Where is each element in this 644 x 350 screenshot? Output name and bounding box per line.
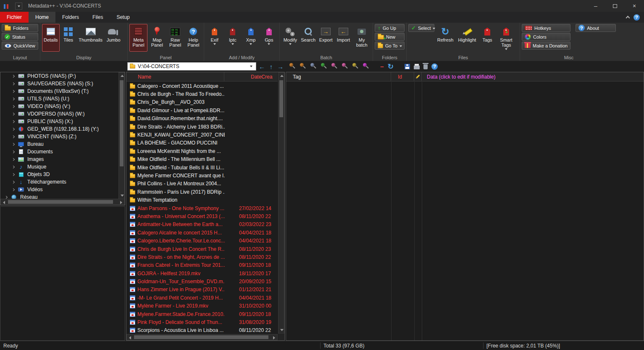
back-button[interactable]: ←	[258, 63, 265, 70]
file-row[interactable]: Chris de Burgh Live In Concert The R... …	[127, 245, 278, 253]
tree-item[interactable]: Vidéos	[1, 186, 118, 193]
chevron-right-icon[interactable]	[5, 195, 8, 198]
select-button[interactable]: Select	[408, 24, 434, 32]
refresh-button[interactable]: Refresh	[435, 24, 455, 52]
help-panel-button[interactable]: Help Panel	[185, 24, 202, 52]
quick-access-dropdown[interactable]	[15, 3, 22, 10]
pin-icon[interactable]	[310, 63, 317, 70]
file-row[interactable]: Anathema - Universal Concert 2013 (... 0…	[127, 212, 278, 220]
tree-item[interactable]: GED_WEB (\\192.168.1.18) (Y:)	[1, 125, 118, 133]
file-row[interactable]: Mike Oldfield - Tubular Bells II & III L…	[127, 163, 278, 171]
chevron-right-icon[interactable]	[12, 188, 15, 191]
chevron-right-icon[interactable]	[12, 74, 15, 77]
chevron-right-icon[interactable]	[12, 165, 15, 168]
gps-button[interactable]: Gps	[260, 24, 278, 52]
scroll-left-icon[interactable]	[129, 336, 131, 339]
tree-vertical-scrollbar[interactable]	[118, 72, 125, 199]
minimize-button[interactable]: –	[586, 0, 605, 12]
file-row[interactable]: Pink Floyd - Delicate Sound of Thun... 3…	[127, 318, 278, 326]
file-row[interactable]: Dire Straits - on the Night, Arcnes de .…	[127, 253, 278, 261]
close-button[interactable]: ×	[625, 0, 644, 12]
pin-icon[interactable]	[342, 63, 348, 70]
chevron-right-icon[interactable]	[12, 127, 15, 130]
go-to-button[interactable]: Go To	[375, 42, 405, 50]
address-bar[interactable]: V:\04-CONCERTS	[127, 62, 256, 71]
tree-item[interactable]: Réseau	[1, 193, 118, 199]
help-icon[interactable]	[633, 14, 640, 21]
address-input[interactable]: V:\04-CONCERTS	[138, 63, 248, 69]
chevron-right-icon[interactable]	[12, 135, 15, 138]
chevron-right-icon[interactable]	[12, 120, 15, 123]
tree-item[interactable]: Bureau	[1, 140, 118, 148]
tree-item[interactable]: VINCENT (\\NAS) (Z:)	[1, 133, 118, 140]
file-row[interactable]: Rammstein - Paris Live (2017) BDRip ...	[127, 188, 278, 196]
scroll-up-icon[interactable]	[121, 75, 124, 77]
scroll-right-icon[interactable]	[120, 201, 122, 204]
file-row[interactable]: Loreena McKennitt Nights from the ...	[127, 147, 278, 155]
scroll-up-icon[interactable]	[280, 75, 284, 77]
chevron-right-icon[interactable]	[12, 142, 15, 145]
file-row[interactable]: Calogero Alcaline le concert 2015 H... 0…	[127, 229, 278, 237]
file-row[interactable]: -M- Le Grand Petit Concert - 2019 H... 0…	[127, 294, 278, 302]
raw-panel-button[interactable]: Raw Panel	[166, 24, 184, 52]
tree-item[interactable]: VIDEO (\\NAS) (V:)	[1, 103, 118, 110]
tab-home[interactable]: Home	[29, 12, 55, 23]
address-dropdown[interactable]	[248, 66, 254, 67]
my-batch-button[interactable]: My batch	[352, 24, 371, 52]
scrollbar-thumb[interactable]	[279, 80, 283, 117]
trash-icon[interactable]	[423, 64, 428, 69]
up-button[interactable]: ↑	[268, 63, 275, 70]
column-header-data[interactable]: Data (click to edit if modifiable)	[422, 72, 644, 81]
status-toggle-button[interactable]: Status	[2, 33, 38, 41]
file-row[interactable]: Hans Zimmer Live in Prague (2017) V... 0…	[127, 286, 278, 294]
chevron-right-icon[interactable]	[12, 89, 15, 92]
pin-icon[interactable]	[352, 63, 359, 70]
donation-button[interactable]: Make a Donation	[522, 42, 570, 50]
scroll-right-icon[interactable]	[273, 336, 275, 339]
file-row[interactable]: GOJIRA - Hellfest 2019.mkv 18/11/2020 17	[127, 269, 278, 277]
scrollbar-thumb[interactable]	[134, 335, 268, 339]
go-up-button[interactable]: Go Up	[375, 24, 405, 32]
save-icon[interactable]	[405, 64, 410, 69]
remove-icon[interactable]	[380, 63, 384, 70]
file-row[interactable]: David Gilmour - Live at Pompeii.BDR...	[127, 106, 278, 114]
new-folder-button[interactable]: New	[375, 33, 405, 41]
jumbo-button[interactable]: Jumbo	[105, 24, 122, 52]
scroll-left-icon[interactable]	[3, 201, 5, 204]
tree-horizontal-scrollbar[interactable]	[0, 199, 125, 205]
tree-item[interactable]: UTILS (\\NAS) (U:)	[1, 95, 118, 103]
pin-icon[interactable]	[331, 63, 338, 70]
file-row[interactable]: Within Temptation	[127, 196, 278, 204]
file-row[interactable]: Francis Cabrel - In Extremis Tour 201...…	[127, 261, 278, 269]
tree-item[interactable]: Images	[1, 155, 118, 163]
tab-files[interactable]: Files	[86, 12, 110, 23]
smart-tags-button[interactable]: Smart Tags	[497, 24, 516, 52]
pin-icon[interactable]	[300, 63, 306, 70]
chevron-right-icon[interactable]	[12, 158, 15, 161]
file-row[interactable]: Mylène Farmer - Live 2019.mkv 31/10/2020…	[127, 302, 278, 310]
chevron-right-icon[interactable]	[12, 97, 15, 100]
chevron-right-icon[interactable]	[12, 112, 15, 115]
forward-button[interactable]: →	[277, 63, 284, 70]
tab-fichier[interactable]: Fichier	[0, 12, 29, 23]
file-row[interactable]: KENJI_KAWAI_CONCERT_2007_CINE...	[127, 131, 278, 139]
hotkeys-button[interactable]: Hotkeys	[522, 24, 570, 32]
iptc-button[interactable]: Iptc	[224, 24, 241, 52]
column-header-datecreated[interactable]: DateCrea	[224, 74, 278, 80]
colors-button[interactable]: Colors	[522, 33, 570, 41]
tab-folders[interactable]: Folders	[55, 12, 86, 23]
file-row[interactable]: Goldman-Un_Tour_Ensemble_DVD.m... 20/09/…	[127, 277, 278, 285]
file-row[interactable]: Mike Oldfield - The Millennium Bell ...	[127, 155, 278, 163]
chevron-right-icon[interactable]	[12, 150, 15, 153]
file-row[interactable]: Dire Straits - Alchemy Live 1983 BDRi...	[127, 123, 278, 131]
xmp-button[interactable]: Xmp	[242, 24, 260, 52]
tree-item[interactable]: Objets 3D	[1, 171, 118, 178]
column-header-id[interactable]: Id	[391, 72, 414, 81]
tree-item[interactable]: PHOTOS (\\NAS) (P:)	[1, 72, 118, 80]
scrollbar-thumb[interactable]	[120, 80, 124, 166]
scroll-down-icon[interactable]	[121, 195, 124, 197]
file-row[interactable]: Chris_De_Burgh__AVO_2003	[127, 98, 278, 106]
pin-icon[interactable]	[289, 63, 296, 70]
collapse-ribbon-icon[interactable]	[626, 16, 630, 20]
file-row[interactable]: Mylene.Farmer.Stade.De.France.2010... 09…	[127, 310, 278, 318]
